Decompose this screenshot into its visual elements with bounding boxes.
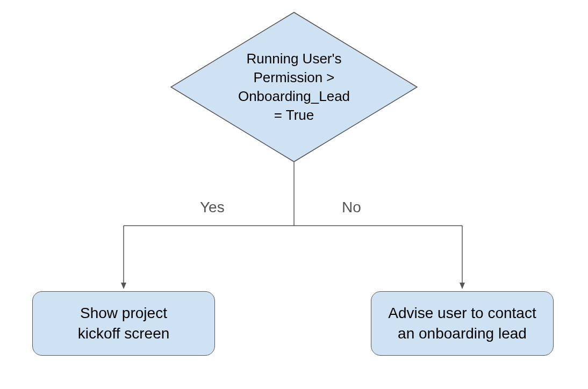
outcome-yes-line-2: kickoff screen: [78, 323, 170, 344]
decision-line-2: Permission >: [219, 68, 369, 87]
branch-label-no: No: [342, 199, 361, 216]
outcome-yes-text: Show project kickoff screen: [78, 303, 170, 344]
decision-text: Running User's Permission > Onboarding_L…: [219, 49, 369, 125]
outcome-no-text: Advise user to contact an onboarding lea…: [388, 303, 536, 344]
outcome-yes-line-1: Show project: [78, 303, 170, 323]
branch-label-yes: Yes: [200, 199, 225, 216]
decision-node: Running User's Permission > Onboarding_L…: [170, 12, 418, 162]
decision-line-1: Running User's: [219, 49, 369, 68]
decision-line-3: Onboarding_Lead: [219, 87, 369, 106]
outcome-no-line-1: Advise user to contact: [388, 303, 536, 323]
outcome-yes-node: Show project kickoff screen: [32, 291, 215, 356]
outcome-no-node: Advise user to contact an onboarding lea…: [371, 291, 554, 356]
decision-line-4: = True: [219, 106, 369, 125]
outcome-no-line-2: an onboarding lead: [388, 323, 536, 344]
